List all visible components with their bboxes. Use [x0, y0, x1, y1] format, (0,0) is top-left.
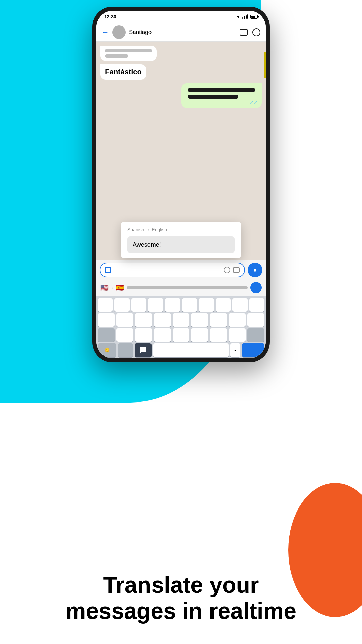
- phone-inner: 12:30 ▼: [96, 11, 266, 358]
- key-d[interactable]: [135, 313, 152, 327]
- scroll-indicator: [264, 52, 266, 78]
- input-bar: ●: [96, 260, 266, 280]
- keyboard-row-2: [98, 313, 264, 327]
- video-call-icon[interactable]: [240, 29, 248, 36]
- keyboard-row-3: [98, 328, 264, 342]
- popup-direction: Spanish → English: [127, 227, 235, 232]
- emoji-icon[interactable]: [105, 267, 111, 273]
- key-emoji[interactable]: 😊: [98, 343, 116, 357]
- placeholder-lines: [105, 49, 152, 58]
- mic-icon: ●: [253, 267, 257, 274]
- battery-icon: [250, 15, 258, 19]
- upload-icon: ↑: [255, 285, 257, 291]
- key-u[interactable]: [199, 298, 214, 312]
- mic-button[interactable]: ●: [248, 263, 262, 277]
- key-shift[interactable]: [98, 328, 115, 342]
- key-p[interactable]: [249, 298, 264, 312]
- placeholder-line-short: [105, 54, 128, 58]
- key-i[interactable]: [216, 298, 231, 312]
- key-backspace[interactable]: [247, 328, 264, 342]
- sent-bubble: ✓✓: [181, 83, 262, 108]
- sent-line-2: [188, 95, 238, 99]
- received-message-text: Fantástico: [105, 68, 142, 76]
- key-h[interactable]: [191, 313, 208, 327]
- input-right-icons: [224, 267, 240, 273]
- key-space[interactable]: [153, 343, 228, 357]
- phone-frame: 12:30 ▼: [92, 7, 270, 362]
- key-o[interactable]: [232, 298, 247, 312]
- call-icon[interactable]: [252, 28, 260, 36]
- key-f[interactable]: [154, 313, 171, 327]
- camera-icon[interactable]: [233, 267, 240, 273]
- translation-popup: Spanish → English Awesome!: [121, 222, 241, 258]
- status-time: 12:30: [104, 14, 116, 19]
- avatar: [112, 25, 126, 39]
- key-a[interactable]: [98, 313, 115, 327]
- placeholder-line-long: [105, 49, 152, 52]
- phone-wrapper: 12:30 ▼: [92, 7, 270, 362]
- keyboard-area: 😊 — •: [96, 296, 266, 358]
- status-icons: ▼: [236, 14, 258, 19]
- signal-icon: [242, 15, 248, 19]
- key-w[interactable]: [114, 298, 129, 312]
- key-g[interactable]: [173, 313, 190, 327]
- key-n[interactable]: [210, 328, 227, 342]
- flag-us: 🇺🇸: [100, 284, 109, 292]
- message-input[interactable]: [100, 263, 245, 277]
- key-c[interactable]: [154, 328, 171, 342]
- key-send[interactable]: [242, 343, 264, 357]
- key-x[interactable]: [135, 328, 152, 342]
- wifi-icon: ▼: [236, 14, 240, 19]
- headline-line1: Translate your: [103, 572, 259, 597]
- key-period[interactable]: •: [230, 343, 240, 357]
- status-bar: 12:30 ▼: [96, 11, 266, 23]
- key-q[interactable]: [98, 298, 113, 312]
- key-t[interactable]: [165, 298, 180, 312]
- key-b[interactable]: [191, 328, 208, 342]
- translation-progress: [127, 286, 248, 289]
- headline-line2: messages in realtime: [66, 598, 296, 624]
- key-e[interactable]: [131, 298, 146, 312]
- received-bubble-1: [100, 46, 157, 61]
- chat-header: ← Santiago: [96, 23, 266, 42]
- attach-icon[interactable]: [224, 267, 230, 273]
- upload-button[interactable]: ↑: [250, 282, 262, 293]
- key-v[interactable]: [173, 328, 190, 342]
- key-dash[interactable]: —: [118, 343, 133, 357]
- key-j[interactable]: [210, 313, 227, 327]
- key-r[interactable]: [148, 298, 163, 312]
- key-m[interactable]: [229, 328, 246, 342]
- keyboard-row-1: [98, 298, 264, 312]
- key-y[interactable]: [182, 298, 197, 312]
- lang-arrow: ›: [111, 285, 113, 290]
- contact-name: Santiago: [129, 29, 236, 36]
- key-chat-icon[interactable]: [135, 343, 152, 357]
- key-z[interactable]: [116, 328, 133, 342]
- bottom-headline: Translate your messages in realtime: [27, 572, 335, 624]
- key-s[interactable]: [116, 313, 133, 327]
- keyboard-bottom-row: 😊 — •: [98, 343, 264, 357]
- sent-line-1: [188, 88, 255, 92]
- battery-fill: [251, 16, 255, 18]
- popup-translated-text: Awesome!: [127, 236, 235, 253]
- flag-es: 🇪🇸: [116, 284, 124, 292]
- translation-bar: 🇺🇸 › 🇪🇸 ↑: [96, 280, 266, 296]
- header-icons: [240, 28, 260, 36]
- back-button[interactable]: ←: [102, 28, 109, 37]
- received-bubble-2: Fantástico: [100, 64, 146, 80]
- key-l[interactable]: [247, 313, 264, 327]
- double-check-icon: ✓✓: [250, 100, 258, 105]
- sent-placeholder: [188, 88, 255, 99]
- bottom-text: Translate your messages in realtime: [0, 572, 362, 624]
- key-k[interactable]: [229, 313, 246, 327]
